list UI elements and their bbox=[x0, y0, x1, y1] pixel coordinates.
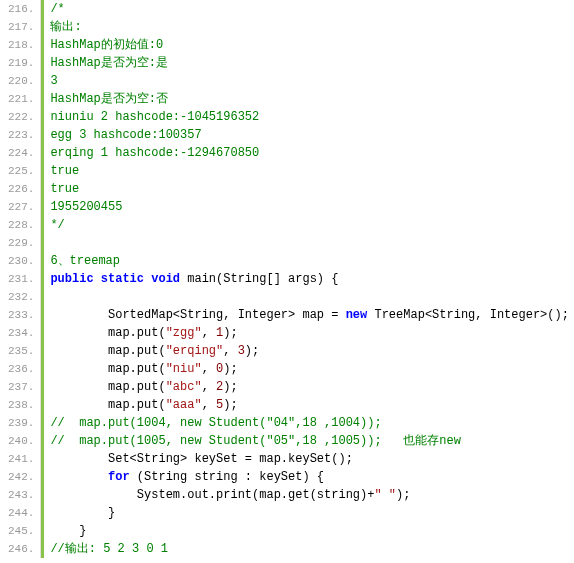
line-number: 233. bbox=[0, 306, 40, 324]
code-line: 1955200455 bbox=[44, 198, 574, 216]
code-line: map.put("erqing", 3); bbox=[44, 342, 574, 360]
code-token: HashMap是否为空:否 bbox=[50, 92, 168, 106]
line-number: 216. bbox=[0, 0, 40, 18]
code-token: , bbox=[202, 362, 216, 376]
line-number: 242. bbox=[0, 468, 40, 486]
code-token: 3 bbox=[238, 344, 245, 358]
code-token: "abc" bbox=[166, 380, 202, 394]
code-line: map.put("niu", 0); bbox=[44, 360, 574, 378]
code-token: , bbox=[202, 398, 216, 412]
line-number: 220. bbox=[0, 72, 40, 90]
code-line: } bbox=[44, 504, 574, 522]
line-number: 237. bbox=[0, 378, 40, 396]
code-line: map.put("abc", 2); bbox=[44, 378, 574, 396]
line-number: 235. bbox=[0, 342, 40, 360]
code-token: new bbox=[346, 308, 368, 322]
code-token: //输出: 5 2 3 0 1 bbox=[50, 542, 168, 556]
line-number: 222. bbox=[0, 108, 40, 126]
line-number: 240. bbox=[0, 432, 40, 450]
code-token: true bbox=[50, 182, 79, 196]
code-token: true bbox=[50, 164, 79, 178]
line-number: 229. bbox=[0, 234, 40, 252]
code-token bbox=[50, 470, 108, 484]
code-token: Set<String> keySet = map.keySet(); bbox=[50, 452, 352, 466]
code-token: (String string : keySet) { bbox=[130, 470, 324, 484]
code-line: //输出: 5 2 3 0 1 bbox=[44, 540, 574, 558]
line-number-gutter: 216.217.218.219.220.221.222.223.224.225.… bbox=[0, 0, 41, 558]
code-line: /* bbox=[44, 0, 574, 18]
code-line: SortedMap<String, Integer> map = new Tre… bbox=[44, 306, 574, 324]
code-line: niuniu 2 hashcode:-1045196352 bbox=[44, 108, 574, 126]
code-token: public static void bbox=[50, 272, 180, 286]
code-token: ); bbox=[223, 380, 237, 394]
line-number: 225. bbox=[0, 162, 40, 180]
line-number: 219. bbox=[0, 54, 40, 72]
code-token: SortedMap<String, Integer> map = bbox=[50, 308, 345, 322]
code-token: ); bbox=[396, 488, 410, 502]
line-number: 227. bbox=[0, 198, 40, 216]
line-number: 231. bbox=[0, 270, 40, 288]
code-line: // map.put(1005, new Student("05",18 ,10… bbox=[44, 432, 574, 450]
code-token: /* bbox=[50, 2, 64, 16]
line-number: 241. bbox=[0, 450, 40, 468]
code-line: HashMap是否为空:是 bbox=[44, 54, 574, 72]
code-line: erqing 1 hashcode:-1294670850 bbox=[44, 144, 574, 162]
code-line: 6、treemap bbox=[44, 252, 574, 270]
line-number: 238. bbox=[0, 396, 40, 414]
code-token: HashMap是否为空:是 bbox=[50, 56, 168, 70]
code-token: // map.put(1004, new Student("04",18 ,10… bbox=[50, 416, 381, 430]
code-line: map.put("aaa", 5); bbox=[44, 396, 574, 414]
code-line: Set<String> keySet = map.keySet(); bbox=[44, 450, 574, 468]
code-line: map.put("zgg", 1); bbox=[44, 324, 574, 342]
line-number: 217. bbox=[0, 18, 40, 36]
code-token: ); bbox=[223, 398, 237, 412]
line-number: 246. bbox=[0, 540, 40, 558]
line-number: 218. bbox=[0, 36, 40, 54]
line-number: 228. bbox=[0, 216, 40, 234]
line-number: 224. bbox=[0, 144, 40, 162]
code-token: ); bbox=[223, 362, 237, 376]
code-token: , bbox=[223, 344, 237, 358]
code-token: } bbox=[50, 524, 86, 538]
code-token: map.put( bbox=[50, 362, 165, 376]
code-token: System.out.print(map.get(string)+ bbox=[50, 488, 374, 502]
code-editor: 216.217.218.219.220.221.222.223.224.225.… bbox=[0, 0, 574, 558]
code-line: true bbox=[44, 180, 574, 198]
code-line bbox=[44, 288, 574, 306]
code-token: erqing 1 hashcode:-1294670850 bbox=[50, 146, 259, 160]
code-token: map.put( bbox=[50, 344, 165, 358]
code-token: // map.put(1005, new Student("05",18 ,10… bbox=[50, 434, 460, 448]
code-line: HashMap是否为空:否 bbox=[44, 90, 574, 108]
code-line: 3 bbox=[44, 72, 574, 90]
code-token: map.put( bbox=[50, 398, 165, 412]
code-line: } bbox=[44, 522, 574, 540]
code-token: ); bbox=[245, 344, 259, 358]
code-line: System.out.print(map.get(string)+" "); bbox=[44, 486, 574, 504]
code-token: } bbox=[50, 506, 115, 520]
code-token: 输出: bbox=[50, 20, 81, 34]
code-token: egg 3 hashcode:100357 bbox=[50, 128, 201, 142]
code-token: for bbox=[108, 470, 130, 484]
code-token: , bbox=[202, 326, 216, 340]
line-number: 245. bbox=[0, 522, 40, 540]
code-token: "erqing" bbox=[166, 344, 224, 358]
line-number: 234. bbox=[0, 324, 40, 342]
line-number: 239. bbox=[0, 414, 40, 432]
line-number: 226. bbox=[0, 180, 40, 198]
code-line: HashMap的初始值:0 bbox=[44, 36, 574, 54]
code-line: true bbox=[44, 162, 574, 180]
code-token: 1955200455 bbox=[50, 200, 122, 214]
code-token: "aaa" bbox=[166, 398, 202, 412]
code-token: HashMap的初始值:0 bbox=[50, 38, 163, 52]
code-line: // map.put(1004, new Student("04",18 ,10… bbox=[44, 414, 574, 432]
line-number: 232. bbox=[0, 288, 40, 306]
code-line: egg 3 hashcode:100357 bbox=[44, 126, 574, 144]
code-token: main(String[] args) { bbox=[180, 272, 338, 286]
code-line: 输出: bbox=[44, 18, 574, 36]
code-token: ); bbox=[223, 326, 237, 340]
code-token: "zgg" bbox=[166, 326, 202, 340]
code-line bbox=[44, 234, 574, 252]
code-line: */ bbox=[44, 216, 574, 234]
line-number: 236. bbox=[0, 360, 40, 378]
code-token: map.put( bbox=[50, 380, 165, 394]
